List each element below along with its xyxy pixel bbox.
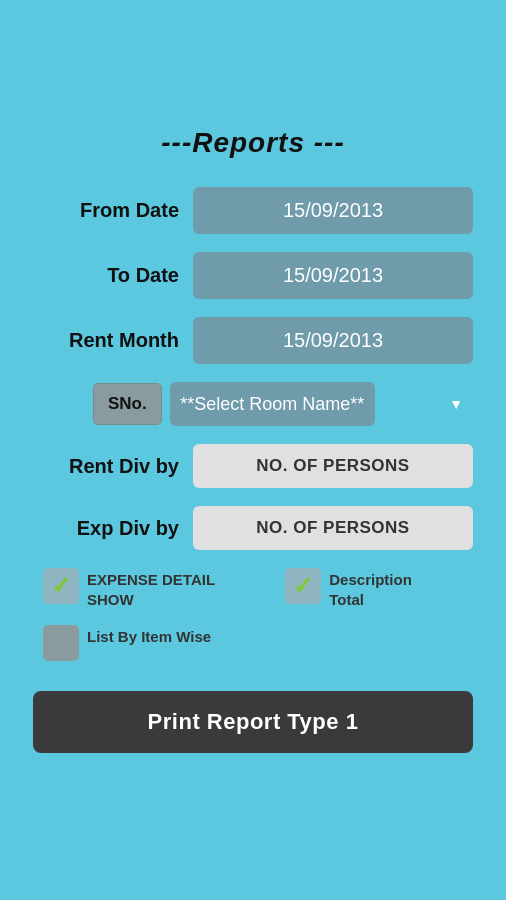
sno-button[interactable]: SNo. (93, 383, 162, 425)
from-date-label: From Date (33, 199, 193, 222)
rent-div-button[interactable]: NO. OF PERSONS (193, 444, 473, 488)
from-date-row: From Date 15/09/2013 (33, 187, 473, 234)
page-title: ---Reports --- (33, 127, 473, 159)
rent-month-label: Rent Month (33, 329, 193, 352)
to-date-row: To Date 15/09/2013 (33, 252, 473, 299)
room-name-select[interactable]: **Select Room Name** (170, 382, 375, 426)
exp-div-row: Exp Div by NO. OF PERSONS (33, 506, 473, 550)
main-container: ---Reports --- From Date 15/09/2013 To D… (13, 107, 493, 793)
description-total-label: Description Total (329, 570, 443, 609)
rent-div-row: Rent Div by NO. OF PERSONS (33, 444, 473, 488)
description-total-item: ✓ Description Total (285, 568, 443, 609)
to-date-label: To Date (33, 264, 193, 287)
from-date-input[interactable]: 15/09/2013 (193, 187, 473, 234)
room-select-wrapper: **Select Room Name** (170, 382, 473, 426)
to-date-input[interactable]: 15/09/2013 (193, 252, 473, 299)
print-report-button[interactable]: Print Report Type 1 (33, 691, 473, 753)
checkboxes-row-1: ✓ EXPENSE DETAIL SHOW ✓ Description Tota… (33, 568, 473, 609)
exp-div-label: Exp Div by (33, 517, 193, 540)
expense-detail-label: EXPENSE DETAIL SHOW (87, 570, 255, 609)
list-by-item-label: List By Item Wise (87, 627, 211, 647)
description-total-checkbox[interactable]: ✓ (285, 568, 321, 604)
expense-detail-checkbox[interactable]: ✓ (43, 568, 79, 604)
rent-month-input[interactable]: 15/09/2013 (193, 317, 473, 364)
list-by-item-checkbox[interactable] (43, 625, 79, 661)
expense-detail-checkmark: ✓ (51, 572, 71, 600)
checkboxes-row-2: List By Item Wise (33, 625, 473, 661)
rent-div-label: Rent Div by (33, 455, 193, 478)
expense-detail-item: ✓ EXPENSE DETAIL SHOW (43, 568, 255, 609)
exp-div-button[interactable]: NO. OF PERSONS (193, 506, 473, 550)
rent-month-row: Rent Month 15/09/2013 (33, 317, 473, 364)
sno-room-row: SNo. **Select Room Name** (33, 382, 473, 426)
description-total-checkmark: ✓ (293, 572, 313, 600)
